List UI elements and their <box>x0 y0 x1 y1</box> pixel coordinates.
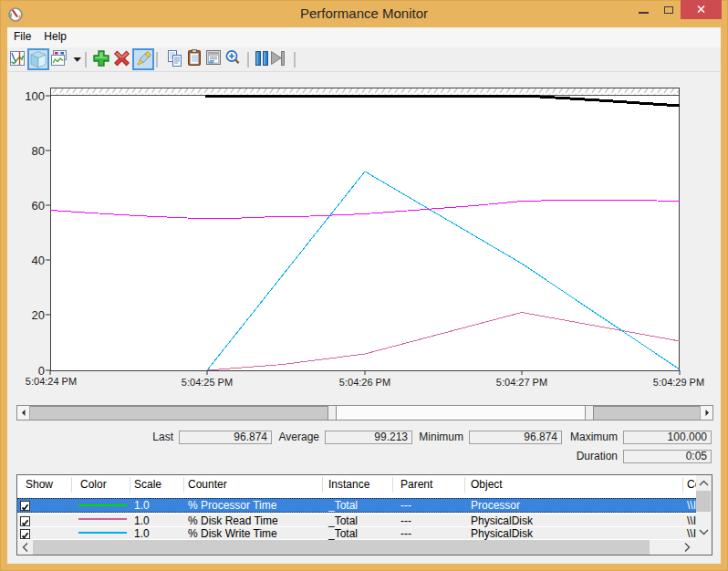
svg-text:80: 80 <box>32 144 45 158</box>
svg-text:5:04:25 PM: 5:04:25 PM <box>182 377 233 388</box>
svg-text:5:04:24 PM: 5:04:24 PM <box>26 376 77 387</box>
svg-text:5:04:26 PM: 5:04:26 PM <box>339 377 390 388</box>
svg-text:5:04:29 PM: 5:04:29 PM <box>653 377 704 388</box>
svg-text:20: 20 <box>32 308 45 322</box>
svg-text:5:04:27 PM: 5:04:27 PM <box>496 377 547 388</box>
svg-text:60: 60 <box>32 199 45 213</box>
svg-text:100: 100 <box>25 89 45 103</box>
svg-text:40: 40 <box>32 254 45 267</box>
